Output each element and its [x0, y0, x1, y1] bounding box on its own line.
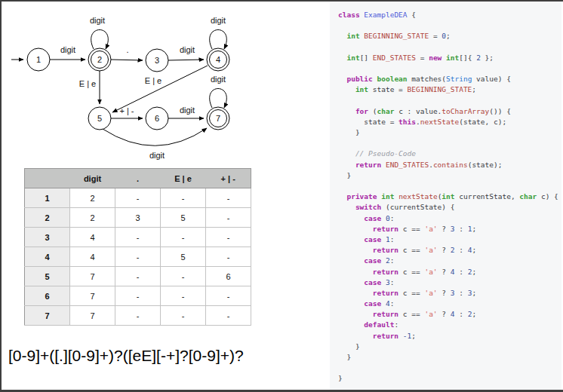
- table-cell: -: [115, 267, 161, 286]
- code-line: default:: [338, 320, 558, 330]
- diagram-panel: digit.digitE | eE | e+ | -digitdigitdigi…: [2, 2, 331, 390]
- regex-text: [0-9]+([.][0-9]+)?([eE][-+]?[0-9]+)?: [8, 347, 244, 365]
- code-panel: class ExampleDEA { int BEGINNING_STATE =…: [330, 2, 561, 390]
- code-block: class ExampleDEA { int BEGINNING_STATE =…: [338, 10, 558, 384]
- state-2-label: 2: [97, 55, 102, 64]
- self-loop-7: [210, 89, 227, 109]
- code-line: [338, 138, 558, 149]
- transition-table-body: 12---2235-34---44-5-57--667---77---: [25, 188, 251, 326]
- table-corner-cell: [25, 169, 70, 188]
- table-cell: 4: [70, 247, 115, 267]
- code-line: [338, 63, 558, 74]
- edge-3-4: [168, 60, 204, 60]
- table-cell: 2: [70, 188, 115, 208]
- table-cell: -: [161, 188, 206, 208]
- code-line: return c == 'a' ? 3 : 1;: [338, 224, 558, 234]
- code-line: return -1;: [338, 331, 558, 341]
- table-cell: 5: [161, 208, 206, 228]
- table-cell: -: [161, 306, 206, 326]
- table-cell: -: [115, 286, 161, 306]
- table-cell: -: [206, 286, 251, 306]
- table-row: 34---: [25, 228, 251, 247]
- code-line: for (char c : value.toCharArray()) {: [338, 106, 558, 117]
- code-line: [338, 96, 558, 106]
- code-line: return c == 'a' ? 4 : 2;: [338, 267, 558, 277]
- table-header-cell: E | e: [161, 169, 206, 188]
- code-line: [338, 363, 558, 373]
- table-header-cell: + | -: [206, 169, 251, 188]
- transition-table: digit.E | e+ | - 12---2235-34---44-5-57-…: [24, 168, 251, 326]
- code-line: class ExampleDEA {: [338, 10, 558, 20]
- table-row: 57--6: [25, 267, 251, 286]
- table-cell: -: [206, 208, 251, 228]
- code-line: }: [338, 170, 558, 181]
- row-label-cell: 7: [25, 306, 70, 326]
- code-line: private int nextState(int currentState, …: [338, 191, 558, 202]
- edge-3-4-label: digit: [180, 45, 195, 54]
- self-loop-7-label: digit: [211, 75, 226, 84]
- table-row: 2235-: [25, 208, 251, 228]
- code-line: case 0:: [338, 213, 558, 224]
- state-7-label: 7: [216, 114, 220, 123]
- code-line: [338, 181, 558, 191]
- table-cell: 2: [70, 208, 115, 228]
- page: digit.digitE | eE | e+ | -digitdigitdigi…: [0, 0, 563, 392]
- code-line: [338, 20, 558, 31]
- table-cell: -: [115, 188, 161, 208]
- table-header-cell: digit: [70, 169, 115, 188]
- table-cell: -: [161, 267, 206, 286]
- table-cell: -: [206, 228, 251, 247]
- table-cell: -: [115, 228, 161, 247]
- table-cell: -: [206, 247, 251, 267]
- code-line: state = this.nextState(state, c);: [338, 117, 558, 127]
- code-line: return c == 'a' ? 4 : 2;: [338, 309, 558, 320]
- state-1-label: 1: [36, 55, 41, 64]
- code-line: return c == 'a' ? 2 : 4;: [338, 245, 558, 256]
- table-row: 44-5-: [25, 247, 251, 267]
- row-label-cell: 1: [25, 188, 70, 208]
- table-cell: -: [161, 228, 206, 247]
- code-line: public boolean matches(String value) {: [338, 74, 558, 84]
- row-label-cell: 2: [25, 208, 70, 228]
- table-header-cell: .: [115, 169, 161, 188]
- edge-4-5-label: E | e: [145, 76, 162, 85]
- table-cell: -: [206, 306, 251, 326]
- table-cell: 4: [70, 228, 115, 247]
- row-label-cell: 3: [25, 228, 70, 247]
- edge-2-5-label: E | e: [79, 79, 96, 88]
- code-line: }: [338, 341, 558, 352]
- table-cell: 7: [70, 267, 115, 286]
- edge-5-6-label: + | -: [119, 106, 134, 115]
- code-line: case 3:: [338, 277, 558, 288]
- code-line: int[] END_STATES = new int[]{ 2 };: [338, 53, 558, 63]
- code-line: int state = BEGINNING_STATE;: [338, 84, 558, 95]
- self-loop-4: [210, 30, 227, 50]
- code-line: switch (currentState) {: [338, 202, 558, 213]
- edge-1-2-label: digit: [60, 45, 75, 54]
- code-line: case 4:: [338, 299, 558, 309]
- edge-5-7: [103, 128, 207, 145]
- code-line: int BEGINNING_STATE = 0;: [338, 31, 558, 41]
- state-6-label: 6: [155, 114, 159, 123]
- table-cell: -: [161, 286, 206, 306]
- table-cell: -: [115, 306, 161, 326]
- code-line: }: [338, 352, 558, 363]
- code-line: case 2:: [338, 256, 558, 266]
- table-cell: -: [206, 188, 251, 208]
- table-row: 77---: [25, 306, 251, 326]
- table-cell: 6: [206, 267, 251, 286]
- edge-5-7-label: digit: [149, 151, 165, 160]
- code-line: // Pseudo-Code: [338, 149, 558, 159]
- table-cell: 3: [115, 208, 161, 228]
- row-label-cell: 4: [25, 247, 70, 267]
- code-line: return END_STATES.contains(state);: [338, 160, 558, 170]
- edge-2-3-label: .: [126, 45, 128, 54]
- table-cell: 7: [70, 286, 115, 306]
- table-cell: 7: [70, 306, 115, 326]
- table-row: 12---: [25, 188, 251, 208]
- edge-6-7-label: digit: [180, 106, 195, 115]
- table-cell: -: [115, 247, 161, 267]
- self-loop-4-label: digit: [211, 16, 226, 25]
- code-line: [338, 42, 558, 53]
- self-loop-2-label: digit: [90, 16, 105, 25]
